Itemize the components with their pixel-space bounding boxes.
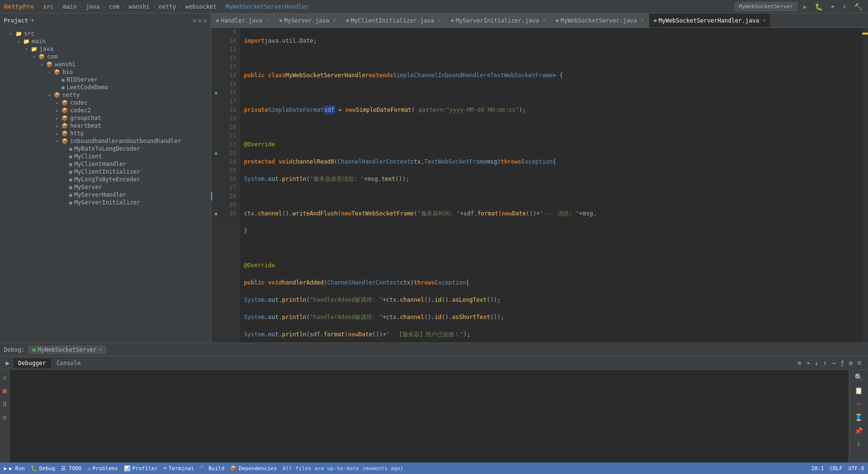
dependencies-btn[interactable]: 📦 Dependencies [230,465,277,472]
dump-threads-icon[interactable]: ≡ [1,412,8,423]
tree-item-myserver[interactable]: ▸ ● MyServer [0,183,211,191]
tree-item-com[interactable]: ▾ 📦 com [0,53,211,60]
tree-item-myserverinitializer[interactable]: ▸ ● MyServerInitializer [0,199,211,206]
sidebar-title-arrow[interactable]: ▼ [31,18,34,23]
tree-item-myclienthandler[interactable]: ▸ ● MyClientHandler [0,160,211,168]
tree-item-main[interactable]: ▾ 📁 main [0,37,211,45]
tab-close-handler[interactable]: × [266,18,269,23]
tab-label-myclientinitializer: MyClientInitializer.java [351,17,434,24]
step-into-icon[interactable]: ↓ [814,358,820,367]
tab-icon-myserver: ● [279,18,282,23]
breadcrumb-netty[interactable]: netty [159,3,176,10]
run-config-selector[interactable]: MyWebSocketServer [735,2,797,11]
settings-icon[interactable]: ⚙ [204,17,207,24]
coverage-button[interactable]: ☂ [829,2,836,12]
tab-debugger[interactable]: Debugger [13,358,51,368]
problems-btn[interactable]: ⚠ Problems [87,465,118,472]
code-content[interactable]: import java.util.Date; public class MyWe… [240,28,862,343]
cursor-position: 28:1 [811,465,824,472]
tab-close-mywebsocketserver[interactable]: × [641,18,644,23]
tree-item-leetcode[interactable]: ▸ ● LeetCodeDemo [0,83,211,91]
tab-myclientinitializer[interactable]: ● MyClientInitializer.java × [341,13,446,28]
tree-item-bioserver[interactable]: ▸ ● BIOServer [0,76,211,83]
rerun-icon[interactable]: ↺ [1,372,8,382]
tree-item-groupchat[interactable]: ▸ 📦 groupchat [0,114,211,122]
line-ending[interactable]: CRLF [830,465,843,472]
tree-item-inbound[interactable]: ▾ 📦 inboundhandlerandoutboundhandler [0,137,211,145]
debug-variables-icon[interactable]: 📋 [853,385,864,396]
code-line-9: import java.util.Date; [244,36,858,45]
tab-myserverinitializer[interactable]: ● MyServerInitializer.java × [446,13,551,28]
project-tree[interactable]: ▾ 📁 src ▾ 📁 main ▾ 📁 java ▾ [0,28,211,343]
breadcrumb-src[interactable]: src [43,3,54,10]
profiler-button[interactable]: ⚡ [841,2,848,12]
step-out-icon[interactable]: ↑ [822,358,828,367]
label-java: java [39,46,53,52]
tab-close-myserverinitializer[interactable]: × [543,18,546,23]
tree-item-java[interactable]: ▾ 📁 java [0,45,211,53]
debug-button[interactable]: 🐛 [813,2,825,12]
tab-console[interactable]: Console [52,358,86,368]
debug-session-item[interactable]: ■ MyWebSocketServer × [28,345,106,354]
run-status-btn[interactable]: ▶ ▶ Run [4,465,25,472]
tree-item-heartbeat[interactable]: ▸ 📦 heartbeat [0,122,211,130]
tree-item-http[interactable]: ▸ 📦 http [0,130,211,137]
breadcrumb-java[interactable]: java [86,3,100,10]
tree-item-bio[interactable]: ▾ 📦 bio [0,68,211,76]
tree-item-myclient[interactable]: ▸ ● MyClient [0,153,211,160]
settings-debug-icon[interactable]: ⚙ [848,358,854,367]
tab-myserver[interactable]: ● MyServer.java × [275,13,341,28]
filter-icon[interactable]: ≡ [796,358,802,367]
pin-icon[interactable]: 📌 [853,426,864,436]
pause-icon[interactable]: ⏸ [0,399,10,409]
build-button[interactable]: 🔨 [852,2,864,12]
tab-label-mywebsocketserver: MyWebSocketServer.java [561,17,637,24]
tree-item-mylongtobyteencoder[interactable]: ▸ ● MyLongToByteEncoder [0,176,211,183]
debug-session-close[interactable]: × [98,346,102,353]
stop-debug-icon[interactable]: ■ [1,385,8,396]
code-line-12 [244,88,858,97]
sep1: › [37,3,40,10]
charset[interactable]: UTF-8 [848,465,864,472]
tab-icon-handler: ● [216,18,219,23]
tree-item-myclientinitializer[interactable]: ▸ ● MyClientInitializer [0,168,211,176]
breadcrumb-main[interactable]: main [63,3,77,10]
locate-icon[interactable]: ⊕ [193,17,196,24]
tab-label-myserver: MyServer.java [284,17,329,24]
debug-status-btn[interactable]: 🐛 Debug [31,465,55,472]
tree-item-netty[interactable]: ▾ 📦 netty [0,91,211,99]
tab-mywebsocketserverhandler[interactable]: ● MyWebSocketServerHandler.java × [649,13,772,28]
debug-threads-icon[interactable]: 🧵 [853,412,864,423]
profiler-btn[interactable]: 📊 Profiler [124,465,158,472]
tree-item-wanshi[interactable]: ▾ 📦 wanshi [0,60,211,68]
tab-mywebsocketserver[interactable]: ● MyWebSocketServer.java × [551,13,649,28]
tab-close-myclientinitializer[interactable]: × [438,18,441,23]
tree-item-src[interactable]: ▾ 📁 src [0,30,211,37]
evaluate-icon[interactable]: ƒ [840,358,845,367]
resume-button[interactable]: ▶ [4,358,12,367]
code-editor[interactable]: ● ● ● 9 10 11 12 [211,28,868,343]
restore-layout-icon[interactable]: ⊡ [856,358,862,367]
run-to-cursor-icon[interactable]: → [831,358,837,367]
label-http: http [70,130,84,137]
breadcrumb-websocket[interactable]: websocket [185,3,217,10]
tree-item-mybate[interactable]: ▸ ● MyBateToLongDecoder [0,145,211,153]
breadcrumb-wanshi[interactable]: wanshi [129,3,149,10]
build-btn[interactable]: 🔨 Build [200,465,224,472]
tree-item-codec2[interactable]: ▸ 📦 codec2 [0,107,211,114]
breadcrumb-com[interactable]: com [109,3,120,10]
step-over-icon[interactable]: ↷ [805,358,811,367]
debug-console-icon[interactable]: ⌨ [855,399,862,409]
terminal-btn[interactable]: ⌨ Terminal [164,465,194,472]
tab-close-myserver[interactable]: × [333,18,336,23]
tab-handler[interactable]: ● Handler.java × [211,13,275,28]
breadcrumb-class[interactable]: MyWebSocketServerHandler [226,3,309,10]
debug-watch-icon[interactable]: 🔍 [853,372,864,382]
tree-item-codec[interactable]: ▸ 📦 codec [0,99,211,107]
tab-close-mywebsocketserverhandler[interactable]: × [763,18,766,23]
scroll-end-icon[interactable]: ⬇ [855,439,862,450]
todo-btn[interactable]: ☰ TODO [61,465,82,472]
collapse-all-icon[interactable]: ≡ [198,17,202,24]
run-button[interactable]: ▶ [801,2,809,12]
tree-item-myserverhandler[interactable]: ▸ ● MyServerHandler [0,191,211,199]
